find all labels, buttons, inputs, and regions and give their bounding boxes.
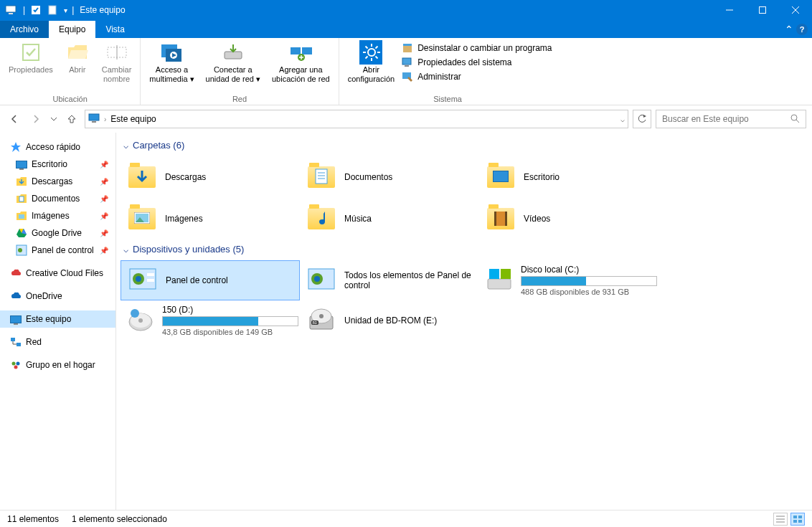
search-box[interactable]: Buscar en Este equipo [656,110,806,128]
chevron-down-icon: ▾ [190,75,194,83]
svg-rect-16 [291,47,301,54]
svg-point-77 [138,318,143,323]
documents-folder-icon [306,161,337,193]
sidebar-onedrive[interactable]: OneDrive [0,288,115,305]
pc-icon [88,113,100,126]
sidebar-item-documentos[interactable]: Documentos📌 [0,190,115,207]
nav-back-button[interactable] [6,110,23,128]
nav-history-dropdown[interactable] [49,110,59,128]
qat-dropdown-icon[interactable]: ▾ [64,6,67,14]
ribbon-abrir-config[interactable]: Abrir configuración [344,39,399,95]
music-folder-icon [306,203,337,234]
status-count: 11 elementos [7,514,59,524]
svg-rect-34 [405,65,409,67]
ribbon-collapse-icon[interactable]: ⌃ [785,24,793,35]
chevron-down-icon: ⌵ [123,141,128,151]
sidebar-item-escritorio[interactable]: Escritorio📌 [0,156,115,173]
sidebar-item-descargas[interactable]: Descargas📌 [0,173,115,190]
sidebar-creative-cloud[interactable]: Creative Cloud Files [0,265,115,282]
drive-bdrom[interactable]: BD Unidad de BD-ROM (E:) [300,300,479,341]
folder-documentos[interactable]: Documentos [300,156,479,198]
svg-rect-17 [302,47,312,54]
minimize-button[interactable] [713,0,746,20]
pin-icon: 📌 [100,229,108,237]
ribbon-administrar[interactable]: Administrar [402,71,552,82]
section-carpetas-header[interactable]: ⌵ Carpetas (6) [121,140,808,151]
svg-rect-63 [505,212,507,226]
ribbon-propiedades[interactable]: Propiedades [4,39,57,95]
view-icons-button[interactable] [790,513,805,526]
desktop-folder-icon [485,161,516,193]
folder-escritorio[interactable]: Escritorio [479,156,658,198]
close-button[interactable] [779,0,812,20]
folder-videos[interactable]: Vídeos [479,198,658,239]
drive-disco-d[interactable]: 150 (D:) 43,8 GB disponibles de 149 GB [121,300,300,341]
address-bar-row: › Este equipo ⌵ Buscar en Este equipo [0,105,812,133]
svg-rect-49 [11,338,15,341]
videos-folder-icon [485,203,516,234]
svg-point-48 [18,248,22,252]
address-bar[interactable]: › Este equipo ⌵ [85,110,628,128]
folder-imagenes[interactable]: Imágenes [121,198,300,239]
ribbon-group-red-label: Red [145,95,334,105]
sidebar-quick-access[interactable]: Acceso rápido [0,138,115,156]
sidebar-grupo-hogar[interactable]: Grupo en el hogar [0,356,115,374]
address-dropdown-icon[interactable]: ⌵ [620,115,625,123]
view-details-button[interactable] [773,513,788,526]
ribbon-abrir[interactable]: Abrir [60,39,95,95]
folder-descargas[interactable]: Descargas [121,156,300,198]
folder-musica[interactable]: Música [300,198,479,239]
nav-up-button[interactable] [63,110,80,128]
sidebar-red[interactable]: Red [0,333,115,351]
sidebar-este-equipo[interactable]: Este equipo [0,310,115,328]
sidebar-item-google-drive[interactable]: Google Drive📌 [0,224,115,242]
svg-text:BD: BD [313,321,318,325]
drive-todos-elementos[interactable]: Todos los elementos de Panel de control [300,260,479,300]
qat-properties-icon[interactable] [28,2,44,18]
svg-rect-5 [760,7,766,14]
drive-panel-control[interactable]: Panel de control [121,260,300,300]
svg-rect-1 [9,13,13,14]
svg-rect-31 [403,45,412,52]
nav-forward-button[interactable] [27,110,44,128]
status-bar: 11 elementos 1 elemento seleccionado [0,510,812,527]
qat-divider-2: | [72,5,74,15]
manage-icon [402,71,413,82]
sidebar-item-panel-control[interactable]: Panel de control📌 [0,242,115,259]
usage-bar [162,316,298,326]
ribbon-cambiar-nombre[interactable]: Cambiar nombre [98,39,136,95]
refresh-button[interactable] [633,110,651,128]
breadcrumb[interactable]: Este equipo [110,114,156,124]
svg-rect-89 [793,520,797,523]
tab-equipo[interactable]: Equipo [49,21,95,38]
svg-rect-33 [402,58,411,65]
ribbon-acceso-multimedia[interactable]: Acceso a multimedia ▾ [145,39,198,95]
help-icon[interactable]: ? [796,24,808,35]
section-dispositivos-header[interactable]: ⌵ Dispositivos y unidades (5) [121,244,808,255]
control-panel-icon [127,265,159,296]
drive-disco-c[interactable]: Disco local (C:) 488 GB disponibles de 9… [479,260,658,300]
svg-rect-67 [147,273,154,276]
ribbon-conectar-unidad[interactable]: Conectar a unidad de red ▾ [202,39,265,95]
search-icon [790,113,800,125]
maximize-button[interactable] [746,0,779,20]
svg-point-81 [319,314,324,318]
chevron-right-icon: › [104,115,106,123]
svg-rect-0 [6,6,16,12]
sidebar-item-imagenes[interactable]: Imágenes📌 [0,207,115,224]
svg-line-40 [796,120,799,123]
pin-icon: 📌 [100,195,108,203]
ribbon-propiedades-sistema[interactable]: Propiedades del sistema [402,57,552,68]
ribbon-desinstalar[interactable]: Desinstalar o cambiar un programa [402,42,552,54]
svg-point-39 [791,115,797,120]
tab-archivo[interactable]: Archivo [0,21,49,38]
svg-rect-68 [147,279,154,282]
tab-vista[interactable]: Vista [95,21,134,38]
add-location-icon [289,41,312,64]
qat-divider: | [23,5,25,15]
pictures-icon [16,210,27,222]
qat-new-icon[interactable] [45,2,61,18]
properties-icon [19,41,42,64]
ribbon-agregar-ubicacion[interactable]: Agregar una ubicación de red [268,39,334,95]
sysprops-icon [402,57,413,68]
